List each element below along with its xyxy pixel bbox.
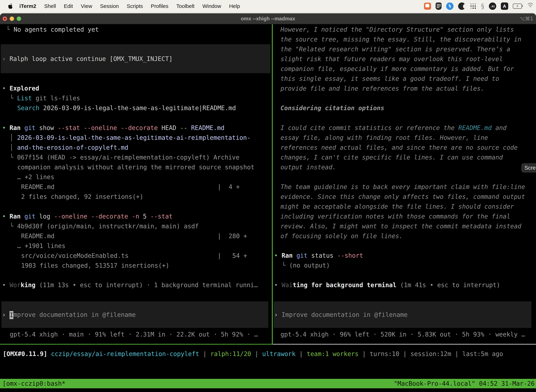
text-segment: … +2 lines bbox=[17, 173, 54, 181]
right-pane: However, I noticed the "Directory Struct… bbox=[273, 24, 536, 344]
text-segment: └ bbox=[6, 26, 14, 33]
text-segment: provide file and line references from th… bbox=[281, 85, 484, 92]
text-segment: essay file, along with finding root file… bbox=[281, 134, 488, 141]
badge-61-icon[interactable]: ..61 bbox=[489, 2, 496, 10]
text-segment bbox=[128, 213, 132, 220]
terminal-line: › Improve documentation in @filename bbox=[274, 310, 531, 320]
terminal-line: essay file, along with finding root file… bbox=[273, 133, 536, 143]
text-segment: --oneline --decorate bbox=[54, 213, 128, 220]
text-segment: -- bbox=[180, 124, 187, 131]
text-segment: 5 bbox=[139, 213, 150, 220]
menu-item-window[interactable]: Window bbox=[202, 3, 221, 9]
text-segment: references need actual files, and since … bbox=[281, 144, 518, 151]
text-segment: --stat --oneline --decorate bbox=[58, 124, 158, 131]
menu-item-toolbelt[interactable]: Toolbelt bbox=[176, 3, 195, 9]
apple-menu-icon[interactable] bbox=[8, 3, 13, 9]
terminal-line: │ 2026-03-09-is-legal-the-same-as-legiti… bbox=[0, 133, 272, 143]
terminal-line: companion analysis without altering the … bbox=[0, 162, 272, 172]
text-segment: (no output) bbox=[289, 262, 330, 269]
text-segment: session:12m bbox=[411, 350, 451, 357]
text-segment: Search bbox=[17, 104, 39, 112]
terminal-line: › Improve documentation in @filename bbox=[2, 310, 268, 320]
text-segment: companion analysis without altering the … bbox=[17, 164, 254, 171]
text-segment: and-the-erosion-of-copyleft.md bbox=[17, 144, 128, 151]
terminal-line: • Ran git show --stat --oneline --decora… bbox=[0, 123, 272, 133]
text-segment: ralph:11/20 bbox=[210, 350, 251, 357]
text-segment: | bbox=[451, 350, 462, 357]
text-segment: (1m 41s • esc to interrupt) bbox=[396, 281, 500, 289]
tmux-session-name[interactable]: [omx-cczip0:bash* bbox=[2, 380, 65, 387]
terminal-line: • Ran git status --short bbox=[273, 251, 536, 261]
menu-item-help[interactable]: Help bbox=[229, 3, 240, 9]
text-segment: • bbox=[274, 281, 282, 289]
prompt-input-left-line: › Improve documentation in @filename bbox=[2, 310, 268, 320]
text-segment: README.md | 4 + bbox=[21, 183, 240, 190]
menu-item-profiles[interactable]: Profiles bbox=[151, 3, 168, 9]
text-segment: last:5m ago bbox=[462, 350, 503, 357]
dots-grid-icon[interactable] bbox=[470, 3, 476, 9]
terminal-line: the "Related research writing" section i… bbox=[273, 44, 536, 54]
text-segment: Ran bbox=[10, 213, 21, 220]
window-title: omx --xhigh --madmax bbox=[0, 16, 536, 22]
terminal-line: output instead. bbox=[273, 162, 536, 172]
text-segment: └ bbox=[282, 262, 289, 269]
text-segment: (11m 13s • esc to interrupt) · 1 backgro… bbox=[36, 281, 258, 289]
text-segment: src/voice/voiceModeEnabled.ts | 54 + bbox=[21, 252, 247, 259]
text-segment: Explored bbox=[10, 85, 39, 92]
tmux-status-bar: [omx-cczip0:bash* "MacBook-Pro-44.local"… bbox=[0, 379, 536, 388]
text-cursor: I bbox=[10, 311, 13, 319]
text-segment: Ran bbox=[282, 252, 293, 259]
terminal-line: › Ralph loop active continue [OMX_TMUX_I… bbox=[2, 54, 270, 64]
terminal-line: companion file, especially if more comme… bbox=[273, 64, 536, 74]
wifi-icon[interactable] bbox=[526, 3, 534, 9]
terminal-line: • Ran git log --oneline --decorate -n 5 … bbox=[0, 211, 272, 221]
left-top-lines: └ No agents completed yet bbox=[0, 25, 272, 34]
iterm2-window: omx --xhigh --madmax ⌥⌘1 └ No agents com… bbox=[0, 13, 536, 392]
menu-item-iterm2[interactable]: iTerm2 bbox=[19, 3, 36, 9]
text-segment: • bbox=[2, 85, 10, 92]
terminal-content: └ No agents completed yet › Ralph loop a… bbox=[0, 24, 536, 392]
battery-icon[interactable]: ⚡ bbox=[513, 4, 522, 9]
prompt-input-left[interactable]: › Improve documentation in @filename bbox=[1, 301, 268, 328]
window-title-bar[interactable]: omx --xhigh --madmax ⌥⌘1 bbox=[0, 13, 536, 24]
text-segment: I could cite commit statistics or refere… bbox=[281, 124, 458, 131]
menu-item-session[interactable]: Session bbox=[100, 3, 119, 9]
menu-item-view[interactable]: View bbox=[81, 3, 92, 9]
prompt-input-right[interactable]: › Improve documentation in @filename bbox=[273, 301, 531, 328]
terminal-line: slight risk that future readers may over… bbox=[273, 54, 536, 64]
left-pane: └ No agents completed yet › Ralph loop a… bbox=[0, 24, 272, 344]
screen-recording-icon[interactable] bbox=[424, 3, 431, 10]
inject-banner: › Ralph loop active continue [OMX_TMUX_I… bbox=[1, 44, 270, 73]
text-segment: › bbox=[2, 55, 10, 62]
shield-grid-icon[interactable] bbox=[436, 2, 442, 10]
text-segment: Improve documentation in @filename bbox=[282, 311, 407, 318]
text-segment: review. Also, I might want to inspect th… bbox=[281, 223, 522, 230]
keyboard-a-icon[interactable]: A bbox=[501, 2, 508, 10]
squiggle-icon[interactable]: § bbox=[481, 2, 484, 10]
screen-overlay-button[interactable]: Scre bbox=[522, 163, 536, 172]
text-segment: git ls-files bbox=[32, 95, 80, 102]
text-segment: │ bbox=[10, 144, 17, 151]
menu-item-shell[interactable]: Shell bbox=[44, 3, 56, 9]
menu-item-edit[interactable]: Edit bbox=[64, 3, 73, 9]
text-segment: • bbox=[274, 252, 282, 259]
text-segment: [OMX#0.11.9] bbox=[3, 350, 47, 357]
terminal-line: └ 4b9d30f (origin/main, instructkr/main,… bbox=[0, 221, 272, 231]
text-segment: README.md bbox=[458, 124, 492, 131]
text-segment: and bbox=[492, 124, 507, 131]
terminal-line: Search 2026-03-09-is-legal-the-same-as-l… bbox=[0, 103, 272, 113]
text-segment: of focusing solely on file lines. bbox=[281, 233, 403, 240]
right-body-lines: However, I noticed the "Directory Struct… bbox=[273, 25, 536, 290]
text-segment: -n bbox=[132, 213, 139, 220]
text-segment: companion file, especially if more comme… bbox=[281, 65, 514, 72]
model-status-right: gpt-5.4 xhigh · 96% left · 520K in · 5.8… bbox=[273, 330, 536, 339]
text-segment: | bbox=[199, 350, 210, 357]
menu-item-scripts[interactable]: Scripts bbox=[127, 3, 143, 9]
terminal-line: │ and-the-erosion-of-copyleft.md bbox=[0, 143, 272, 152]
text-segment: might be acceptable alongside the file l… bbox=[281, 203, 514, 210]
terminal-line: README.md | 4 + bbox=[0, 182, 272, 192]
terminal-line: including verification notes with those … bbox=[273, 211, 536, 221]
terminal-line: README.md | 280 + bbox=[0, 231, 272, 241]
disk-crescent-icon[interactable] bbox=[458, 2, 465, 10]
bolt-badge-icon[interactable]: ϟ bbox=[446, 2, 454, 10]
